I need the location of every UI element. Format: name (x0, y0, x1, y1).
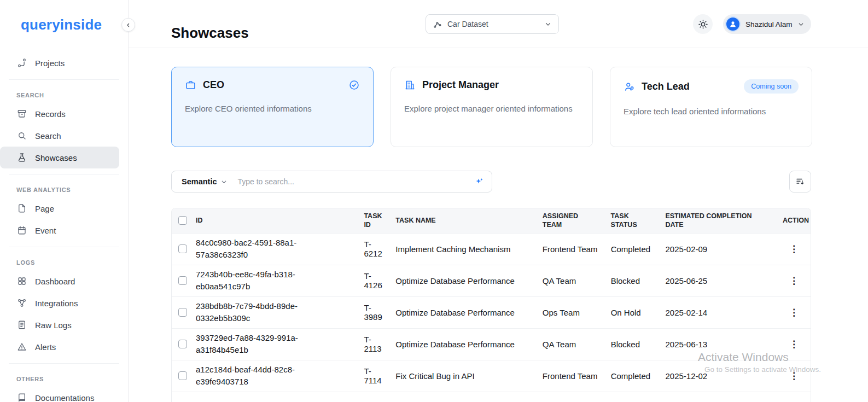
role-cards: CEO Explore CEO oriented informations Pr… (171, 67, 812, 147)
calendar-icon (16, 225, 27, 236)
coming-soon-badge: Coming soon (744, 79, 799, 94)
sidebar-item-projects[interactable]: Projects (0, 52, 128, 74)
sidebar: queryinside Projects SEARCH Records (0, 0, 129, 402)
sidebar-item-integrations[interactable]: Integrations (0, 292, 128, 314)
document-lines-icon (16, 319, 27, 330)
sidebar-item-raw-logs[interactable]: Raw Logs (0, 314, 128, 336)
row-checkbox[interactable] (178, 244, 187, 253)
tech-lead-icon (624, 81, 635, 92)
sidebar-item-records[interactable]: Records (0, 103, 128, 125)
row-checkbox[interactable] (178, 276, 187, 285)
sidebar-item-label: Search (35, 131, 61, 141)
warning-icon (16, 341, 27, 352)
row-checkbox[interactable] (178, 340, 187, 348)
nodes-icon (16, 298, 27, 308)
card-project-manager[interactable]: Project Manager Explore project manager … (391, 67, 593, 147)
records-icon (16, 108, 27, 119)
card-description: Explore CEO oriented informations (185, 102, 360, 115)
sidebar-item-label: Alerts (35, 342, 56, 352)
ceo-badge-icon (185, 79, 196, 91)
search-icon (16, 130, 27, 141)
row-actions-button[interactable]: ⋮ (785, 306, 803, 319)
cell-task-status: Blocked (605, 336, 660, 352)
theme-toggle-button[interactable] (693, 14, 713, 34)
search-mode-value: Semantic (182, 177, 217, 186)
sidebar-item-alerts[interactable]: Alerts (0, 336, 128, 358)
avatar (725, 16, 741, 32)
divider (9, 247, 119, 247)
row-checkbox[interactable] (178, 371, 187, 380)
sidebar-nav: Projects SEARCH Records Search S (0, 52, 128, 402)
page-title: Showcases (171, 25, 249, 42)
search-bar: Semantic (171, 171, 492, 193)
table-row: 84c0c980-bac2-4591-88a1-57a38c6323f0 T-6… (172, 233, 811, 265)
search-mode-select[interactable]: Semantic (177, 177, 233, 186)
cell-task-id: T-3989 (358, 300, 390, 325)
cell-task-name: Develop Payment Gateway (390, 399, 537, 402)
table-header-row: ID TASK ID TASK NAME ASSIGNED TEAM TASK … (172, 208, 811, 233)
row-actions-button[interactable]: ⋮ (785, 369, 803, 383)
cell-date: 2025-02-14 (660, 305, 777, 321)
chevron-down-icon (544, 20, 552, 28)
flask-icon (16, 152, 27, 163)
cell-assigned-team: QA Team (537, 336, 605, 352)
card-ceo[interactable]: CEO Explore CEO oriented informations (171, 67, 374, 147)
cell-date: 2025-12-02 (660, 368, 777, 384)
sidebar-section-logs: LOGS (0, 253, 128, 270)
sidebar-item-label: Showcases (35, 153, 77, 162)
user-icon (729, 20, 737, 28)
cell-task-status: Blocked (605, 273, 660, 289)
row-actions-button[interactable]: ⋮ (785, 242, 803, 256)
table-row: 393729ed-7a88-4329-991a-a31f84b45e1b T-2… (172, 328, 811, 360)
sidebar-item-label: Documentations (35, 393, 94, 402)
sort-filter-icon (795, 177, 805, 187)
cell-id: 238bdb8b-7c79-4bdd-89de-0332eb5b309c (196, 300, 312, 325)
sidebar-item-dashboard[interactable]: Dashboard (0, 270, 128, 292)
header-assigned-team: ASSIGNED TEAM (537, 208, 605, 233)
sidebar-item-showcases[interactable]: Showcases (0, 147, 119, 168)
dataset-selector[interactable]: Car Dataset (426, 14, 559, 34)
sidebar-item-search[interactable]: Search (0, 125, 128, 147)
sparkle-icon (474, 177, 484, 187)
cell-task-id: T-7114 (358, 363, 390, 388)
brand-logo: queryinside (21, 16, 128, 33)
cell-task-id: T-4126 (358, 268, 390, 293)
sun-icon (698, 19, 708, 30)
main-content: Showcases Car Dataset Shazidul Alam (129, 0, 868, 402)
cell-task-id: T-6212 (358, 236, 390, 261)
cell-id: 7243b40b-ee8c-49fa-b318-eb0aa541c97b (196, 269, 312, 293)
cell-assigned-team: Ops Team (537, 305, 605, 321)
header-task-name: TASK NAME (390, 213, 537, 228)
cell-task-status: Completed (605, 241, 660, 257)
sidebar-section-web-analytics: WEB ANALYTICS (0, 180, 128, 197)
card-title: Project Manager (422, 79, 499, 91)
sidebar-item-label: Page (35, 204, 54, 213)
row-checkbox[interactable] (178, 308, 187, 317)
sidebar-item-page[interactable]: Page (0, 197, 128, 219)
sidebar-item-event[interactable]: Event (0, 219, 128, 241)
header-task-id: TASK ID (358, 208, 390, 233)
table-filter-button[interactable] (789, 171, 811, 193)
sidebar-section-others: OTHERS (0, 369, 128, 387)
card-tech-lead[interactable]: Tech Lead Coming soon Explore tech lead … (610, 67, 812, 147)
cell-task-id: T-2113 (358, 331, 390, 357)
grid-icon (16, 276, 27, 287)
building-icon (404, 79, 416, 91)
row-actions-button[interactable]: ⋮ (785, 337, 803, 351)
cell-id: 393729ed-7a88-4329-991a-a31f84b45e1b (196, 332, 312, 357)
search-input[interactable] (236, 177, 474, 187)
sidebar-collapse-button[interactable] (121, 18, 135, 32)
dataset-icon (433, 20, 442, 29)
row-actions-button[interactable]: ⋮ (785, 274, 803, 288)
table-row: a12c184d-beaf-44dd-82c8-e39fe9403718 T-7… (172, 360, 811, 392)
sidebar-item-label: Records (35, 109, 66, 119)
cell-assigned-team: QA Team (537, 273, 605, 289)
card-title: CEO (203, 79, 224, 91)
user-menu[interactable]: Shazidul Alam (723, 14, 811, 34)
tasks-table: ID TASK ID TASK NAME ASSIGNED TEAM TASK … (171, 208, 811, 402)
cell-assigned-team: Frontend Team (537, 241, 605, 257)
select-all-checkbox[interactable] (178, 216, 187, 225)
chevron-down-icon (797, 21, 805, 28)
sidebar-item-documentations[interactable]: Documentations (0, 387, 128, 402)
cell-date: 2025-02-09 (660, 241, 777, 257)
